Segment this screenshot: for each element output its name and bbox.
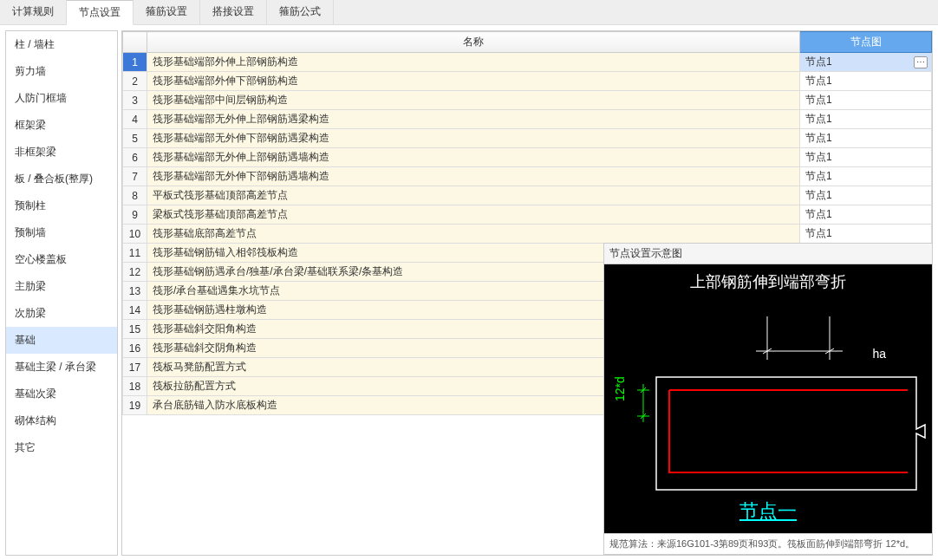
value-cell[interactable]: 节点1: [800, 148, 932, 167]
row-number[interactable]: 15: [123, 320, 147, 339]
label-12d: 12*d: [613, 376, 627, 401]
row-number-header: [123, 32, 147, 53]
table-row: 2筏形基础端部外伸下部钢筋构造节点1: [123, 72, 932, 91]
name-cell[interactable]: 筏形基础端部中间层钢筋构造: [147, 91, 800, 110]
name-cell[interactable]: 筏形基础底部高差节点: [147, 225, 800, 244]
sidebar-item-0[interactable]: 柱 / 墙柱: [6, 31, 117, 58]
row-number[interactable]: 14: [123, 301, 147, 320]
sidebar-item-1[interactable]: 剪力墙: [6, 58, 117, 85]
sidebar-item-8[interactable]: 空心楼盖板: [6, 246, 117, 273]
sidebar-item-3[interactable]: 框架梁: [6, 112, 117, 139]
table-row: 7筏形基础端部无外伸下部钢筋遇墙构造节点1: [123, 167, 932, 186]
value-cell[interactable]: 节点1: [800, 225, 932, 244]
sidebar-item-2[interactable]: 人防门框墙: [6, 85, 117, 112]
tab-3[interactable]: 搭接设置: [200, 0, 267, 24]
tab-4[interactable]: 箍筋公式: [267, 0, 334, 24]
name-cell[interactable]: 筏形基础端部无外伸上部钢筋遇墙构造: [147, 148, 800, 167]
preview-title: 节点设置示意图: [604, 244, 932, 264]
name-cell[interactable]: 平板式筏形基础顶部高差节点: [147, 186, 800, 205]
value-cell[interactable]: 节点1: [800, 72, 932, 91]
value-cell[interactable]: 节点1: [800, 91, 932, 110]
row-number[interactable]: 1: [123, 53, 147, 72]
value-cell[interactable]: 节点1: [800, 129, 932, 148]
row-number[interactable]: 9: [123, 205, 147, 225]
row-number[interactable]: 18: [123, 377, 147, 396]
category-sidebar: 柱 / 墙柱剪力墙人防门框墙框架梁非框架梁板 / 叠合板(整厚)预制柱预制墙空心…: [5, 30, 118, 556]
tab-0[interactable]: 计算规则: [0, 0, 67, 24]
row-number[interactable]: 3: [123, 91, 147, 110]
sidebar-item-10[interactable]: 次肋梁: [6, 300, 117, 327]
table-row: 10筏形基础底部高差节点节点1: [123, 225, 932, 244]
row-number[interactable]: 6: [123, 148, 147, 167]
ellipsis-button[interactable]: ⋯: [914, 56, 928, 68]
table-row: 8平板式筏形基础顶部高差节点节点1: [123, 186, 932, 205]
value-cell[interactable]: 节点1: [800, 110, 932, 129]
table-row: 1筏形基础端部外伸上部钢筋构造节点1⋯: [123, 53, 932, 72]
table-row: 3筏形基础端部中间层钢筋构造节点1: [123, 91, 932, 110]
name-cell[interactable]: 筏形基础端部无外伸下部钢筋遇墙构造: [147, 167, 800, 186]
preview-panel: 节点设置示意图 上部钢筋伸到端部弯折: [603, 243, 933, 555]
sidebar-item-13[interactable]: 基础次梁: [6, 381, 117, 407]
diagram-header[interactable]: 节点图: [800, 32, 932, 53]
name-cell[interactable]: 筏形基础端部无外伸下部钢筋遇梁构造: [147, 129, 800, 148]
row-number[interactable]: 10: [123, 225, 147, 244]
top-tabs: 计算规则节点设置箍筋设置搭接设置箍筋公式: [0, 0, 938, 25]
table-row: 4筏形基础端部无外伸上部钢筋遇梁构造节点1: [123, 110, 932, 129]
sidebar-item-7[interactable]: 预制墙: [6, 219, 117, 246]
table-row: 5筏形基础端部无外伸下部钢筋遇梁构造节点1: [123, 129, 932, 148]
value-cell[interactable]: 节点1: [800, 167, 932, 186]
row-number[interactable]: 12: [123, 263, 147, 282]
row-number[interactable]: 16: [123, 339, 147, 358]
name-cell[interactable]: 筏形基础端部外伸上部钢筋构造: [147, 53, 800, 72]
name-cell[interactable]: 梁板式筏形基础顶部高差节点: [147, 205, 800, 225]
sidebar-item-15[interactable]: 其它: [6, 434, 117, 461]
sidebar-item-6[interactable]: 预制柱: [6, 192, 117, 219]
node-name-label[interactable]: 节点一: [604, 498, 932, 524]
value-cell[interactable]: 节点1⋯: [800, 53, 932, 72]
row-number[interactable]: 4: [123, 110, 147, 129]
name-cell[interactable]: 筏形基础端部外伸下部钢筋构造: [147, 72, 800, 91]
table-row: 6筏形基础端部无外伸上部钢筋遇墙构造节点1: [123, 148, 932, 167]
table-row: 9梁板式筏形基础顶部高差节点节点1: [123, 205, 932, 225]
preview-footer: 规范算法：来源16G101-3第89页和93页。筏板面筋伸到端部弯折 12*d。: [604, 533, 932, 554]
row-number[interactable]: 5: [123, 129, 147, 148]
value-cell[interactable]: 节点1: [800, 186, 932, 205]
row-number[interactable]: 17: [123, 358, 147, 377]
row-number[interactable]: 2: [123, 72, 147, 91]
diagram-title: 上部钢筋伸到端部弯折: [604, 271, 932, 292]
row-number[interactable]: 8: [123, 186, 147, 205]
diagram-canvas: 上部钢筋伸到端部弯折 ha 12*d 节点一: [604, 264, 932, 533]
sidebar-item-4[interactable]: 非框架梁: [6, 139, 117, 166]
sidebar-item-12[interactable]: 基础主梁 / 承台梁: [6, 354, 117, 381]
tab-1[interactable]: 节点设置: [67, 0, 134, 25]
name-header[interactable]: 名称: [147, 32, 800, 53]
name-cell[interactable]: 筏形基础端部无外伸上部钢筋遇梁构造: [147, 110, 800, 129]
sidebar-item-9[interactable]: 主肋梁: [6, 273, 117, 300]
label-ha: ha: [872, 347, 886, 361]
sidebar-item-11[interactable]: 基础: [6, 327, 117, 354]
tab-2[interactable]: 箍筋设置: [134, 0, 200, 24]
row-number[interactable]: 19: [123, 396, 147, 415]
row-number[interactable]: 11: [123, 244, 147, 263]
value-cell[interactable]: 节点1: [800, 205, 932, 225]
sidebar-item-5[interactable]: 板 / 叠合板(整厚): [6, 166, 117, 192]
row-number[interactable]: 7: [123, 167, 147, 186]
sidebar-item-14[interactable]: 砌体结构: [6, 407, 117, 434]
row-number[interactable]: 13: [123, 282, 147, 301]
